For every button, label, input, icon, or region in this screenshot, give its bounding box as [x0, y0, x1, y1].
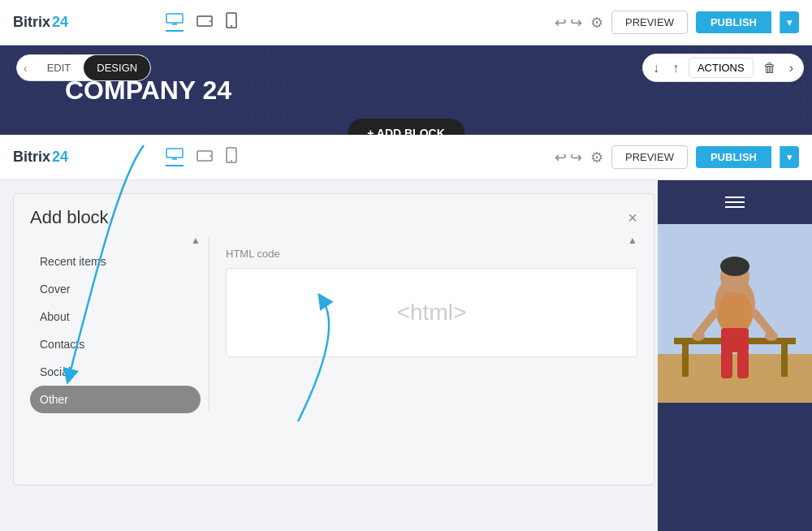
undo-button[interactable]: ↩ [555, 14, 567, 32]
actions-button[interactable]: ACTIONS [689, 58, 754, 78]
device-icons [166, 12, 237, 32]
desktop-icon[interactable] [166, 13, 184, 32]
move-up-button[interactable]: ↑ [669, 59, 682, 77]
device-icons-2 [166, 147, 237, 167]
category-item-about[interactable]: About [30, 303, 201, 330]
svg-point-6 [231, 25, 232, 27]
content-section-title: HTML code [226, 248, 637, 260]
svg-rect-0 [166, 14, 183, 23]
svg-point-13 [231, 160, 232, 162]
publish-button[interactable]: PUBLISH [696, 11, 771, 33]
preview-button[interactable]: PREVIEW [611, 11, 688, 34]
edit-bar: ‹ EDIT DESIGN [16, 54, 151, 81]
brand-name: Bitrix [13, 14, 50, 31]
dialog-header: Add block × [14, 194, 654, 235]
category-item-social[interactable]: Social [30, 358, 201, 386]
content-area: ▲ HTML code <html> [209, 235, 637, 413]
second-nav-actions: ↩ ↪ ⚙ PREVIEW PUBLISH ▾ [555, 145, 799, 169]
add-block-button[interactable]: + ADD BLOCK [348, 119, 464, 135]
dialog-overlay: Add block × ▲ Recent items Cover About C… [0, 180, 812, 531]
content-scroll-up[interactable]: ▲ [628, 235, 637, 246]
tablet-landscape-icon[interactable] [197, 14, 213, 31]
brand-accent-2: 24 [52, 149, 68, 166]
category-item-recent[interactable]: Recent items [30, 248, 201, 275]
brand-logo-2: Bitrix 24 [13, 149, 68, 166]
settings-button[interactable]: ⚙ [590, 14, 603, 32]
redo-button[interactable]: ↪ [570, 14, 582, 32]
html-preview: <html> [226, 268, 637, 357]
publish-button-2[interactable]: PUBLISH [696, 146, 771, 168]
preview-button-2[interactable]: PREVIEW [611, 145, 688, 169]
category-list: ▲ Recent items Cover About Contacts Soci… [30, 235, 209, 413]
desktop-icon-2[interactable] [166, 148, 184, 166]
edit-button[interactable]: EDIT [34, 55, 84, 80]
top-nav-actions: ↩ ↪ ⚙ PREVIEW PUBLISH ▾ [555, 11, 799, 34]
dialog-title: Add block [30, 207, 109, 228]
settings-button-2[interactable]: ⚙ [590, 149, 603, 166]
brand-name-2: Bitrix [13, 149, 50, 166]
edit-bar-prev[interactable]: ‹ [17, 58, 34, 78]
second-navbar: Bitrix 24 ↩ ↪ ⚙ PREVIEW PUBLISH ▾ [0, 135, 812, 180]
category-scroll-up[interactable]: ▲ [191, 235, 201, 246]
next-button[interactable]: › [786, 59, 797, 77]
tablet-portrait-icon[interactable] [226, 12, 237, 32]
top-navbar: Bitrix 24 ↩ ↪ ⚙ PREVIEW PUBLISH ▾ [0, 0, 812, 45]
design-button[interactable]: DESIGN [84, 55, 150, 80]
html-tag: <html> [397, 300, 467, 326]
publish-caret-button[interactable]: ▾ [780, 11, 799, 33]
undo-button-2[interactable]: ↩ [555, 149, 567, 166]
svg-point-4 [209, 20, 211, 22]
category-item-contacts[interactable]: Contacts [30, 330, 201, 358]
hero-banner: ‹ EDIT DESIGN ↓ ↑ ACTIONS 🗑 › COMPANY 24… [0, 45, 812, 135]
dialog-body: ▲ Recent items Cover About Contacts Soci… [14, 235, 654, 426]
move-down-button[interactable]: ↓ [650, 59, 663, 77]
tablet-landscape-icon-2[interactable] [197, 149, 213, 166]
svg-point-11 [209, 155, 211, 157]
brand-accent: 24 [52, 14, 68, 31]
dialog-close-button[interactable]: × [628, 209, 637, 227]
category-item-cover[interactable]: Cover [30, 275, 201, 303]
add-block-dialog: Add block × ▲ Recent items Cover About C… [13, 193, 654, 486]
main-area: Add block × ▲ Recent items Cover About C… [0, 180, 812, 531]
category-item-other[interactable]: Other [30, 386, 201, 413]
svg-rect-7 [166, 149, 183, 158]
block-actions-bar: ↓ ↑ ACTIONS 🗑 › [642, 54, 804, 82]
brand-logo: Bitrix 24 [13, 14, 68, 31]
tablet-portrait-icon-2[interactable] [226, 147, 237, 167]
redo-button-2[interactable]: ↪ [570, 149, 582, 166]
delete-button[interactable]: 🗑 [760, 59, 780, 77]
publish-caret-button-2[interactable]: ▾ [780, 146, 799, 168]
